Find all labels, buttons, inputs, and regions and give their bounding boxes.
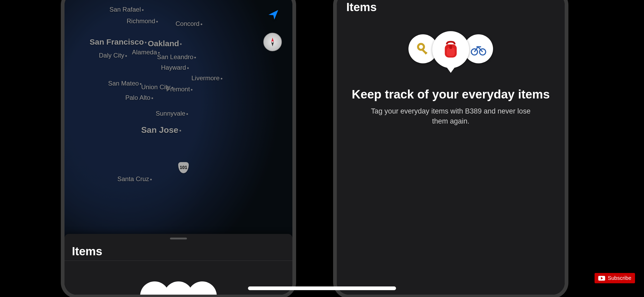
map-city-label: San Francisco xyxy=(90,37,146,46)
svg-marker-0 xyxy=(271,37,274,42)
subscribe-button[interactable]: Subscribe xyxy=(595,273,635,283)
backpack-icon xyxy=(432,31,469,68)
highway-shield-icon: 101 xyxy=(178,162,189,173)
map-city-label: Palo Alto xyxy=(125,94,153,101)
map-city-label: Concord xyxy=(176,20,202,27)
compass-button[interactable] xyxy=(263,33,282,51)
items-onboarding-screen: Items xyxy=(337,0,565,295)
map-city-label: Alameda xyxy=(132,49,160,56)
page-title: Items xyxy=(337,0,565,18)
sheet-title: Items xyxy=(72,245,285,258)
sheet-item-bubbles xyxy=(143,281,214,297)
item-bubble xyxy=(140,281,169,297)
map-city-label: Sunnyvale xyxy=(156,110,188,117)
item-bubble xyxy=(164,281,193,297)
map-city-label: Santa Cruz xyxy=(117,175,152,183)
item-bubble xyxy=(188,281,217,297)
subscribe-label: Subscribe xyxy=(608,275,631,281)
youtube-icon xyxy=(598,276,605,281)
map-city-label: San Leandro xyxy=(157,53,196,61)
sheet-grabber[interactable] xyxy=(170,238,187,239)
highway-label: 101 xyxy=(180,165,187,170)
map-city-label: Hayward xyxy=(161,64,189,71)
map-city-label: Oakland xyxy=(148,39,182,48)
hero-subtitle: Tag your everyday items with B389 and ne… xyxy=(366,106,535,126)
hero-section: Keep track of your everyday items Tag yo… xyxy=(337,29,565,126)
hero-title: Keep track of your everyday items xyxy=(352,87,550,102)
map-city-label: San Jose xyxy=(141,125,181,135)
map-city-label: Daly City xyxy=(99,52,127,59)
map-city-label: San Rafael xyxy=(109,6,144,13)
right-phone-frame: Items xyxy=(333,0,568,297)
divider xyxy=(65,261,292,261)
item-bubble-row xyxy=(408,29,493,77)
svg-rect-7 xyxy=(449,45,452,49)
map-city-label: San Mateo xyxy=(108,80,141,87)
map-city-label: Livermore xyxy=(191,74,222,82)
map-city-label: Fremont xyxy=(166,86,192,93)
svg-marker-1 xyxy=(271,42,274,46)
video-progress-indicator[interactable] xyxy=(248,286,396,290)
left-phone-frame: San Rafael Richmond Concord San Francisc… xyxy=(61,0,296,297)
items-bottom-sheet[interactable]: Items xyxy=(65,234,292,295)
map-city-label: Richmond xyxy=(127,17,158,25)
location-arrow-icon[interactable] xyxy=(268,9,279,23)
